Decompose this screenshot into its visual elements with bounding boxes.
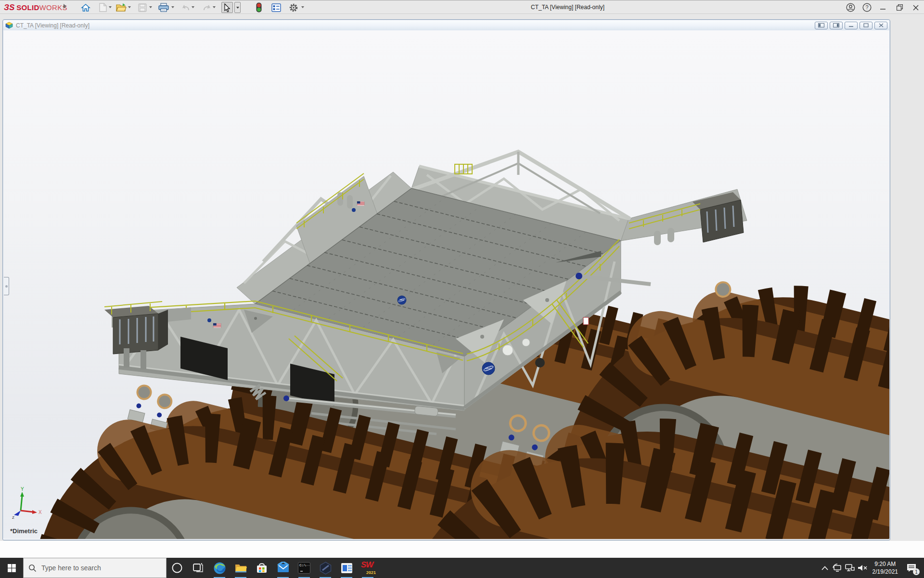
display-cast-icon[interactable] — [831, 558, 844, 578]
taskbar-solidworks[interactable]: SW2021 — [357, 558, 378, 578]
save-dropdown[interactable] — [149, 6, 152, 8]
close-button[interactable] — [908, 0, 924, 14]
undo-icon[interactable] — [180, 2, 192, 13]
triad-y-label: Y — [21, 486, 24, 492]
menu-expand-arrow-icon[interactable] — [64, 4, 66, 9]
rebuild-traffic-light-icon[interactable] — [253, 2, 265, 13]
document-window: CT_TA [Viewing] [Read-only] — [2, 19, 890, 540]
assembly-icon — [5, 22, 13, 29]
doc-close-button[interactable] — [874, 22, 887, 29]
undo-dropdown[interactable] — [192, 6, 194, 8]
volume-muted-icon[interactable] — [856, 558, 869, 578]
nasa-meatball-decal — [398, 296, 406, 304]
featuremanager-splitter[interactable] — [4, 277, 9, 295]
print-icon[interactable] — [158, 2, 169, 13]
cortana-button[interactable] — [167, 558, 188, 578]
action-center-button[interactable]: 1 — [902, 558, 921, 578]
windows-taskbar: Type here to search C:\ SW2021 — [0, 558, 924, 578]
graphics-viewport[interactable]: NASA — [3, 30, 889, 539]
svg-text:?: ? — [865, 4, 868, 10]
pane-left-button[interactable] — [815, 22, 828, 29]
network-icon[interactable] — [844, 558, 856, 578]
select-cursor-icon[interactable] — [221, 2, 233, 13]
taskbar-edge[interactable] — [209, 558, 230, 578]
search-icon — [28, 564, 37, 572]
task-view-button[interactable] — [188, 558, 209, 578]
ds-logo-glyph: ЗS — [4, 3, 14, 12]
open-file-icon[interactable] — [116, 2, 127, 13]
redo-icon[interactable] — [201, 2, 213, 13]
tray-date: 2/19/2021 — [873, 568, 898, 576]
save-icon[interactable] — [137, 2, 148, 13]
taskbar-command-prompt[interactable]: C:\ — [294, 558, 315, 578]
search-placeholder: Type here to search — [41, 564, 101, 572]
taskbar-mail[interactable] — [272, 558, 294, 578]
home-icon[interactable] — [80, 2, 91, 13]
new-document-icon[interactable] — [97, 2, 109, 13]
us-flag-decal — [357, 201, 364, 206]
taskbar-store[interactable] — [251, 558, 272, 578]
select-dropdown[interactable] — [234, 2, 241, 13]
model-3d-view[interactable]: NASA — [3, 30, 889, 539]
app-titlebar: ЗSSOLIDWORKS CT_TA [Viewing] [Read-only] — [0, 0, 924, 14]
status-strip — [0, 541, 924, 558]
restore-button[interactable] — [891, 0, 908, 14]
redo-dropdown[interactable] — [213, 6, 216, 8]
view-orientation-label: *Dimetric — [10, 527, 38, 535]
app-window-title: CT_TA [Viewing] [Read-only] — [517, 0, 628, 14]
start-button[interactable] — [0, 558, 23, 578]
pane-right-button[interactable] — [830, 22, 843, 29]
document-title: CT_TA [Viewing] [Read-only] — [16, 22, 90, 29]
settings-gear-icon[interactable] — [288, 2, 299, 13]
minimize-button[interactable] — [875, 0, 891, 14]
notification-badge: 1 — [913, 568, 920, 575]
taskbar-desktop-app[interactable] — [336, 558, 357, 578]
orientation-triad: Y X Z — [12, 486, 42, 520]
clock[interactable]: 9:20 AM 2/19/2021 — [869, 560, 902, 576]
search-input[interactable]: Type here to search — [23, 558, 167, 578]
us-flag-decal — [213, 323, 221, 328]
print-dropdown[interactable] — [171, 6, 174, 8]
document-titlebar[interactable]: CT_TA [Viewing] [Read-only] — [3, 20, 889, 30]
account-icon[interactable] — [842, 0, 859, 14]
help-icon[interactable]: ? — [859, 0, 875, 14]
new-document-dropdown[interactable] — [109, 6, 112, 8]
doc-minimize-button[interactable] — [845, 22, 858, 29]
system-tray: 9:20 AM 2/19/2021 1 — [819, 558, 924, 578]
tray-time: 9:20 AM — [873, 560, 898, 568]
doc-restore-button[interactable] — [860, 22, 873, 29]
triad-z-label: Z — [12, 515, 14, 520]
taskbar-hex-app[interactable] — [315, 558, 336, 578]
display-options-icon[interactable] — [270, 2, 282, 13]
sign-decal — [583, 317, 589, 325]
nasa-meatball-decal — [482, 362, 495, 375]
settings-dropdown[interactable] — [301, 6, 304, 8]
open-dropdown[interactable] — [128, 6, 131, 8]
taskbar-file-explorer[interactable] — [230, 558, 251, 578]
solidworks-logo: ЗSSOLIDWORKS — [4, 0, 67, 14]
hidden-icons-chevron[interactable] — [819, 558, 831, 578]
triad-x-label: X — [38, 510, 42, 515]
